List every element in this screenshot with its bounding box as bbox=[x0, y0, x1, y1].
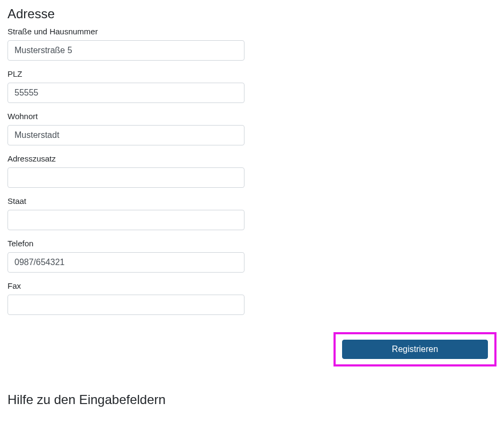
fax-label: Fax bbox=[8, 281, 244, 290]
register-highlight: Registrieren bbox=[333, 332, 496, 366]
zip-input[interactable] bbox=[8, 83, 244, 103]
state-label: Staat bbox=[8, 196, 244, 206]
fax-input[interactable] bbox=[8, 295, 244, 315]
state-input[interactable] bbox=[8, 210, 244, 230]
register-button[interactable]: Registrieren bbox=[342, 340, 488, 359]
city-label: Wohnort bbox=[8, 112, 244, 121]
zip-label: PLZ bbox=[8, 69, 244, 78]
phone-label: Telefon bbox=[8, 239, 244, 248]
addition-label: Adresszusatz bbox=[8, 154, 244, 163]
help-section-title: Hilfe zu den Eingabefeldern bbox=[8, 392, 496, 407]
street-label: Straße und Hausnummer bbox=[8, 27, 244, 36]
addition-input[interactable] bbox=[8, 167, 244, 188]
phone-input[interactable] bbox=[8, 252, 244, 273]
city-input[interactable] bbox=[8, 125, 244, 145]
street-input[interactable] bbox=[8, 40, 244, 61]
address-section-title: Adresse bbox=[8, 6, 496, 21]
